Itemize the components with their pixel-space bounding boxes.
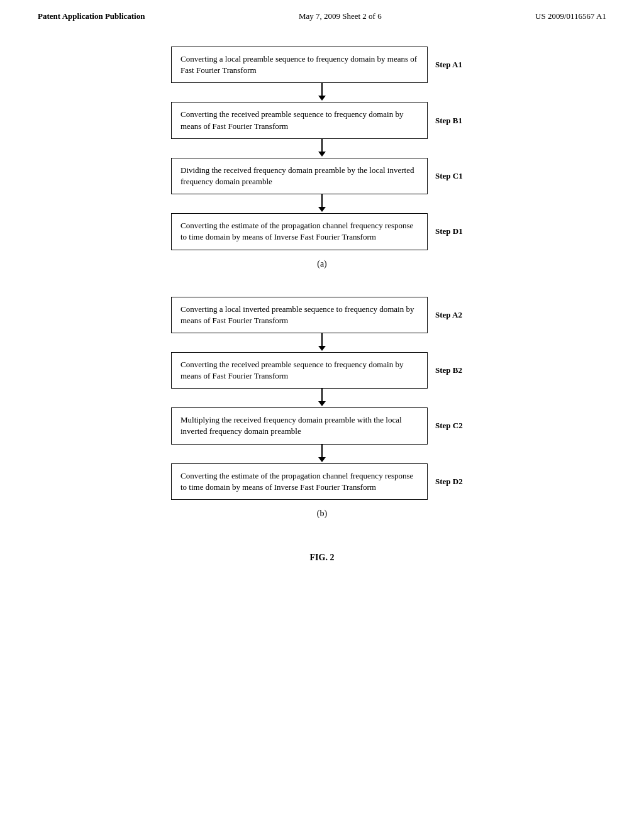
step-row-c2: Multiplying the received frequency domai…	[171, 407, 473, 444]
step-label-d2: Step D2	[435, 477, 473, 487]
arrow-a1-b1	[171, 83, 473, 102]
header-patent-number: US 2009/0116567 A1	[535, 11, 606, 21]
step-label-c1: Step C1	[435, 171, 473, 181]
arrow-line	[321, 445, 323, 457]
step-label-d1: Step D1	[435, 226, 473, 236]
arrow-c1-d1	[171, 194, 473, 213]
arrow-head	[318, 346, 326, 351]
step-box-c1: Dividing the received frequency domain p…	[171, 158, 428, 194]
flowchart-b: Converting a local inverted preamble seq…	[171, 297, 473, 501]
step-row-a2: Converting a local inverted preamble seq…	[171, 297, 473, 333]
step-row-d1: Converting the estimate of the propagati…	[171, 213, 473, 250]
step-row-b1: Converting the received preamble sequenc…	[171, 102, 473, 138]
step-row-d2: Converting the estimate of the propagati…	[171, 463, 473, 500]
step-box-d1: Converting the estimate of the propagati…	[171, 213, 428, 250]
step-label-b1: Step B1	[435, 116, 473, 126]
step-label-c2: Step C2	[435, 421, 473, 431]
step-label-a1: Step A1	[435, 60, 473, 70]
step-row-c1: Dividing the received frequency domain p…	[171, 158, 473, 194]
arrow-head	[318, 457, 326, 462]
arrow-head	[318, 152, 326, 157]
step-box-b1: Converting the received preamble sequenc…	[171, 102, 428, 138]
figure-label: FIG. 2	[310, 553, 335, 563]
arrow-b1-c1	[171, 139, 473, 158]
diagram-a-label: (a)	[317, 259, 327, 269]
arrow-line	[321, 194, 323, 207]
page-header: Patent Application Publication May 7, 20…	[0, 0, 644, 28]
flowchart-a: Converting a local preamble sequence to …	[171, 47, 473, 250]
arrow-head	[318, 207, 326, 212]
arrow-c2-d2	[171, 445, 473, 463]
step-row-a1: Converting a local preamble sequence to …	[171, 47, 473, 83]
step-box-b2: Converting the received preamble sequenc…	[171, 352, 428, 389]
header-publication: Patent Application Publication	[38, 11, 145, 21]
step-box-a2: Converting a local inverted preamble seq…	[171, 297, 428, 333]
diagram-b-label: (b)	[317, 509, 327, 519]
step-row-b2: Converting the received preamble sequenc…	[171, 352, 473, 389]
arrow-head	[318, 96, 326, 101]
step-label-b2: Step B2	[435, 365, 473, 375]
arrow-line	[321, 139, 323, 152]
diagram-a: Converting a local preamble sequence to …	[38, 47, 606, 284]
step-box-c2: Multiplying the received frequency domai…	[171, 407, 428, 444]
main-content: Converting a local preamble sequence to …	[0, 28, 644, 575]
arrow-line	[321, 83, 323, 96]
header-date-sheet: May 7, 2009 Sheet 2 of 6	[299, 11, 382, 21]
arrow-a2-b2	[171, 333, 473, 352]
step-box-d2: Converting the estimate of the propagati…	[171, 463, 428, 500]
arrow-head	[318, 401, 326, 406]
arrow-line	[321, 333, 323, 346]
arrow-line	[321, 389, 323, 401]
arrow-b2-c2	[171, 389, 473, 407]
step-box-a1: Converting a local preamble sequence to …	[171, 47, 428, 83]
step-label-a2: Step A2	[435, 310, 473, 320]
diagram-b: Converting a local inverted preamble seq…	[38, 297, 606, 534]
